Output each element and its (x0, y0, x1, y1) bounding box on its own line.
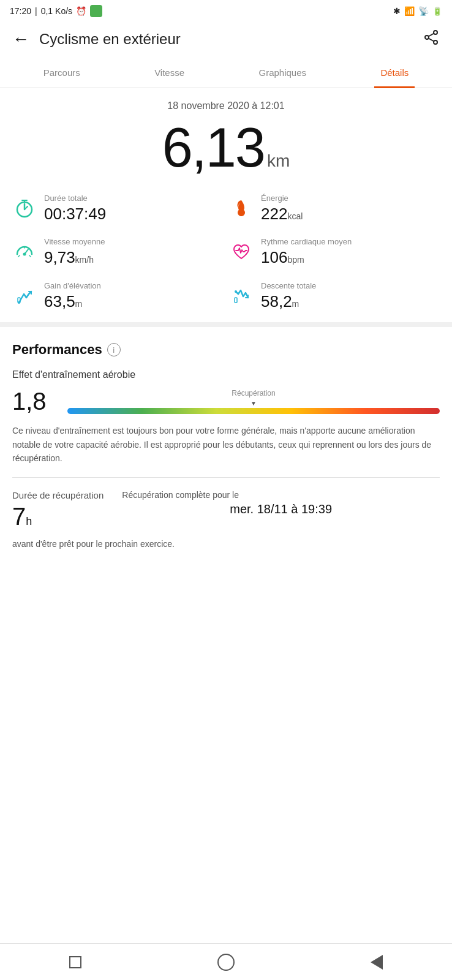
timer-icon (12, 196, 37, 221)
stat-ascent-value: 63,5m (44, 293, 101, 311)
stat-duration-value: 00:37:49 (44, 205, 106, 223)
svg-point-1 (434, 31, 437, 34)
nav-circle-icon (217, 954, 235, 971)
svg-point-2 (434, 40, 437, 44)
svg-point-6 (23, 253, 26, 256)
stat-heartrate-label: Rythme cardiaque moyen (261, 237, 352, 247)
distance-section: 6,13km (0, 115, 452, 187)
tabs: Parcours Vitesse Graphiques Détails (0, 59, 452, 88)
bar-label: Récupération (67, 389, 440, 398)
status-network: | (35, 6, 37, 16)
share-button[interactable] (423, 29, 440, 50)
stat-ascent-content: Gain d'élévation 63,5m (44, 281, 101, 310)
stat-descent-label: Descente totale (261, 281, 316, 292)
stat-heartrate-content: Rythme cardiaque moyen 106bpm (261, 237, 352, 266)
nav-back-button[interactable] (64, 951, 86, 973)
recovery-duration-value: 7h (12, 503, 104, 530)
stat-speed-unit: km/h (75, 255, 94, 265)
status-time: 17:20 (10, 6, 31, 16)
stat-energy-value: 222kcal (261, 205, 303, 223)
svg-rect-10 (235, 298, 237, 303)
ascent-icon (12, 284, 37, 308)
stat-descent-content: Descente totale 58,2m (261, 281, 316, 310)
section-divider (0, 322, 452, 327)
recovery-duration-label: Durée de récupération (12, 490, 104, 500)
recovery-complete-date: mer. 18/11 à 19:39 (122, 502, 440, 516)
performances-section: Performances i Effet d'entraînement aéro… (0, 327, 452, 561)
svg-point-0 (425, 36, 429, 39)
status-network-speed: 0,1 Ko/s (41, 6, 72, 16)
heart-icon (229, 239, 254, 264)
battery-icon: 🔋 (432, 7, 442, 16)
stat-heartrate: Rythme cardiaque moyen 106bpm (229, 237, 440, 266)
recovery-left: Durée de récupération 7h (12, 490, 104, 530)
activity-date: 18 novembre 2020 à 12:01 (0, 88, 452, 115)
status-right: ✱ 📶 📡 🔋 (393, 6, 442, 16)
stat-heartrate-unit: bpm (287, 255, 304, 265)
nav-bar (0, 943, 452, 980)
recovery-complete-label: Récupération complète pour le (122, 490, 440, 500)
stat-heartrate-value: 106bpm (261, 249, 352, 266)
performances-title: Performances (12, 342, 102, 358)
stat-duration-label: Durée totale (44, 194, 106, 204)
tab-details[interactable]: Détails (374, 59, 415, 88)
signal-icon: 📶 (404, 6, 415, 16)
alarm-icon: ⏰ (76, 6, 86, 16)
flame-icon (229, 196, 254, 221)
header: ← Cyclisme en extérieur (0, 20, 452, 59)
stats-grid: Durée totale 00:37:49 Énergie 222kcal (0, 187, 452, 322)
stat-descent-value: 58,2m (261, 293, 316, 311)
stat-energy-label: Énergie (261, 194, 303, 204)
recovery-row: Durée de récupération 7h Récupération co… (12, 490, 440, 530)
stat-duration: Durée totale 00:37:49 (12, 194, 223, 222)
svg-point-9 (235, 290, 237, 293)
stat-ascent: Gain d'élévation 63,5m (12, 281, 223, 310)
back-button[interactable]: ← (10, 27, 32, 51)
recovery-section: Durée de récupération 7h Récupération co… (12, 490, 440, 549)
stat-descent-unit: m (292, 299, 299, 309)
svg-line-3 (429, 34, 434, 37)
stat-energy: Énergie 222kcal (229, 194, 440, 222)
training-description: Ce niveau d'entraînement est toujours bo… (12, 424, 440, 465)
svg-line-4 (429, 39, 434, 42)
status-left: 17:20 | 0,1 Ko/s ⏰ (10, 5, 102, 17)
info-icon[interactable]: i (107, 343, 121, 356)
training-row: 1,8 Récupération ▼ (12, 388, 440, 415)
stat-descent: Descente totale 58,2m (229, 281, 440, 310)
training-value: 1,8 (12, 388, 55, 415)
stat-duration-content: Durée totale 00:37:49 (44, 194, 106, 222)
tab-graphiques[interactable]: Graphiques (252, 59, 312, 88)
stat-energy-content: Énergie 222kcal (261, 194, 303, 222)
training-label: Effet d'entraînement aérobie (12, 369, 440, 382)
bar-arrow: ▼ (67, 400, 440, 407)
page-title: Cyclisme en extérieur (39, 31, 423, 48)
tab-parcours[interactable]: Parcours (37, 59, 86, 88)
stat-speed-value: 9,73km/h (44, 249, 105, 266)
distance-unit: km (267, 151, 290, 170)
tab-vitesse[interactable]: Vitesse (148, 59, 190, 88)
speed-icon (12, 239, 37, 264)
stat-ascent-unit: m (75, 299, 83, 309)
gradient-bar (67, 408, 440, 414)
recovery-note: avant d'être prêt pour le prochain exerc… (12, 539, 440, 549)
nav-triangle-icon (371, 955, 383, 970)
descent-icon (229, 284, 254, 308)
app-icon (90, 5, 102, 17)
recovery-right: Récupération complète pour le mer. 18/11… (122, 490, 440, 516)
stat-speed: Vitesse moyenne 9,73km/h (12, 237, 223, 266)
stat-energy-unit: kcal (287, 211, 303, 221)
stat-speed-label: Vitesse moyenne (44, 237, 105, 247)
bluetooth-icon: ✱ (393, 6, 401, 16)
performances-header: Performances i (12, 342, 440, 358)
stat-speed-content: Vitesse moyenne 9,73km/h (44, 237, 105, 266)
stat-ascent-label: Gain d'élévation (44, 281, 101, 292)
wifi-icon: 📡 (418, 6, 429, 16)
status-bar: 17:20 | 0,1 Ko/s ⏰ ✱ 📶 📡 🔋 (0, 0, 452, 20)
nav-home-button[interactable] (215, 951, 237, 973)
nav-square-icon (69, 956, 81, 968)
nav-recent-button[interactable] (366, 951, 388, 973)
distance-value: 6,13 (162, 117, 265, 178)
bar-container: Récupération ▼ (67, 389, 440, 414)
recovery-duration-unit: h (26, 515, 32, 527)
inner-divider (12, 477, 440, 478)
